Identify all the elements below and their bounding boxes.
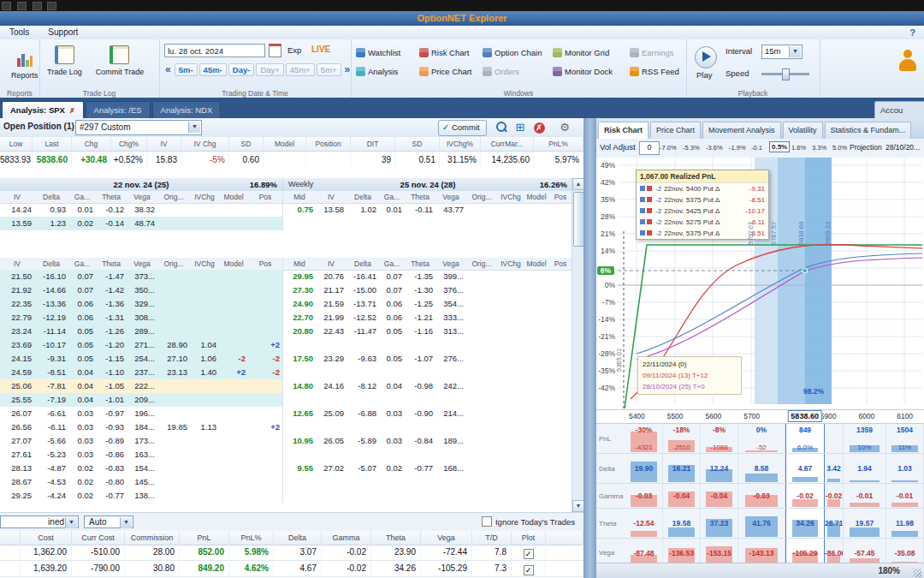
plot-checkbox[interactable]: ✓ [524, 565, 534, 575]
option-row[interactable]: 26.07-6.610.03-0.97196...12.6525.09-6.88… [0, 407, 572, 420]
panel-splitter[interactable] [583, 118, 596, 578]
tab-analysis-ndx[interactable]: Analysis: NDX [152, 101, 222, 118]
rc-tab-movement-analysis[interactable]: Movement Analysis [702, 122, 781, 139]
ribbon-analysis[interactable]: Analysis [356, 67, 414, 76]
rc-tab-statistics-fundam[interactable]: Statistics & Fundam... [825, 122, 912, 139]
ribbon-watchlist[interactable]: Watchlist [356, 48, 414, 57]
zoom-level[interactable]: 180% [878, 566, 900, 575]
rc-tab-risk-chart[interactable]: Risk Chart [598, 122, 649, 139]
calendar-icon[interactable] [269, 44, 281, 57]
strategy-row[interactable]: 1,639.20-790.0030.80849.204.62%4.67-0.02… [0, 561, 583, 577]
chain-col-ivchg: IVChg [497, 258, 524, 271]
plot-checkbox[interactable]: ✓ [524, 549, 534, 559]
reports-button[interactable]: Reports [7, 43, 43, 82]
option-row[interactable]: 27.07-5.660.03-0.89173...10.9526.05-5.89… [0, 434, 572, 448]
play-button[interactable] [695, 46, 717, 69]
option-row[interactable]: 22.79-12.190.06-1.31308...22.7021.99-12.… [0, 311, 572, 325]
help-icon[interactable]: ? [909, 26, 915, 39]
speed-slider-thumb[interactable] [782, 69, 790, 80]
option-row[interactable]: 25.55-7.190.04-1.01209... [0, 393, 572, 407]
ribbon-price-chart[interactable]: Price Chart [419, 67, 477, 76]
nav-5m-button[interactable]: 5m+ [317, 63, 341, 76]
interval-select[interactable]: 15m ▼ [761, 45, 803, 59]
commit-button[interactable]: ✓Commit [438, 120, 487, 136]
close-icon[interactable]: ✗ [69, 107, 75, 115]
chain-cell [157, 297, 190, 311]
settings-gear-icon[interactable]: ⚙ [558, 121, 572, 134]
option-row[interactable]: 28.67-4.530.02-0.80145... [0, 475, 572, 489]
position-select[interactable]: #297 Custom ▼ [75, 120, 202, 135]
option-row[interactable]: 21.92-14.660.07-1.42350...27.3021.17-15.… [0, 283, 572, 297]
chevron-down-icon[interactable]: ▼ [789, 46, 801, 57]
expiration-header[interactable]: 22 nov. 24 (25) 16.89% Weekly 25 nov. 24… [0, 178, 572, 192]
option-row[interactable]: 28.13-4.870.02-0.83154...9.5527.02-5.070… [0, 462, 572, 475]
menu-item-tools[interactable]: Tools [0, 26, 38, 39]
ribbon-orders[interactable]: Orders [483, 67, 548, 76]
combine-mode-select[interactable]: ined ▼ [0, 515, 79, 528]
scroll-up-icon[interactable]: ▲ [572, 178, 584, 190]
nav-day-button[interactable]: Day+ [256, 63, 283, 76]
chain-cell [283, 217, 316, 230]
exp-label[interactable]: Exp [287, 45, 301, 55]
ribbon-rss-feed[interactable]: RSS Feed [630, 67, 679, 76]
option-row[interactable]: 23.24-11.140.05-1.26289...20.8022.43-11.… [0, 325, 572, 338]
ribbon-option-chain[interactable]: Option Chain [483, 48, 548, 57]
search-icon[interactable] [495, 121, 508, 134]
rc-tab-price-chart[interactable]: Price Chart [650, 122, 701, 139]
window-control-icon[interactable] [33, 2, 42, 10]
option-row[interactable]: 22.35-13.360.06-1.36329...24.9021.59-13.… [0, 297, 572, 311]
rc-tab-volatility[interactable]: Volatility [783, 122, 823, 139]
close-position-icon[interactable]: ✗ [532, 121, 546, 134]
chart-annotation: 22/11/2024 (0) [638, 359, 741, 370]
window-control-icon[interactable] [17, 2, 27, 10]
nav-45m-button[interactable]: 45m+ [286, 63, 315, 76]
option-row[interactable]: 26.56-6.110.03-0.93184...19.851.13+2 [0, 420, 572, 434]
risk-graph[interactable]: 1,067.00 Realized PnL -222nov. 5400 Put … [596, 158, 924, 409]
option-row[interactable]: 25.06-7.810.04-1.05222...14.8024.16-8.12… [0, 379, 572, 393]
window-control-icon[interactable] [2, 2, 11, 10]
tab-account[interactable]: Accou [874, 101, 924, 118]
user-icon[interactable] [897, 48, 919, 77]
strategy-row[interactable]: 1,362.00-510.0028.00852.005.98%3.07-0.02… [0, 545, 583, 561]
resize-grip-icon[interactable] [913, 569, 921, 577]
chevron-down-icon[interactable]: ▼ [120, 517, 132, 528]
rewind-icon[interactable]: « [163, 63, 174, 75]
option-row[interactable]: 14.240.930.01-0.1238.320.7513.581.020.01… [0, 203, 572, 217]
option-row[interactable]: 27.61-5.230.03-0.86163... [0, 448, 572, 462]
projection-date[interactable]: 28/10/20... [886, 143, 924, 152]
ignore-trades-toggle[interactable]: Ignore Today's Trades [482, 516, 575, 527]
tab-analysis-es[interactable]: Analysis: /ES [86, 101, 151, 118]
ribbon-risk-chart[interactable]: Risk Chart [419, 48, 477, 57]
nav-5m-button[interactable]: 5m- [175, 63, 198, 76]
nav-day-button[interactable]: Day- [228, 63, 255, 76]
bottom-col-delta: Delta [274, 531, 322, 545]
ribbon-commit-trade-button[interactable]: Commit Trade [92, 43, 149, 79]
vol-adjust-spinner[interactable]: 0 [639, 141, 660, 155]
chain-cell: 0.03 [68, 420, 96, 434]
trading-date-input[interactable] [164, 44, 265, 57]
ignore-trades-checkbox[interactable] [482, 516, 492, 527]
option-row[interactable]: 21.50-16.100.07-1.47373...29.9520.76-16.… [0, 270, 572, 283]
layout-grid-icon[interactable]: ⊞ [513, 121, 527, 134]
chevron-down-icon[interactable]: ▼ [65, 517, 77, 528]
auto-select[interactable]: Auto ▼ [84, 515, 133, 528]
option-row[interactable]: 29.25-4.240.02-0.77138... [0, 489, 572, 503]
nav-45m-button[interactable]: 45m- [199, 63, 227, 76]
option-row[interactable]: 24.59-8.510.04-1.10237...23.131.40+2-2 [0, 366, 572, 379]
menu-item-support[interactable]: Support [38, 26, 87, 39]
scrollbar[interactable]: ▲ ▼ [572, 178, 584, 512]
ribbon-trade-log-button[interactable]: Trade Log [43, 43, 86, 79]
ribbon-earnings[interactable]: Earnings [630, 48, 679, 57]
chain-cell: 1.13 [190, 420, 219, 434]
chevron-down-icon[interactable]: ▼ [188, 122, 200, 133]
window-control-icon[interactable] [47, 2, 56, 10]
scroll-down-icon[interactable]: ▼ [572, 500, 584, 512]
ribbon-monitor-grid[interactable]: Monitor Grid [553, 48, 625, 57]
tab-analysis-spx[interactable]: Analysis: SPX✗ [2, 101, 84, 118]
chain-cell: 376... [435, 283, 466, 297]
option-row[interactable]: 23.69-10.170.05-1.20271...28.901.04+2 [0, 338, 572, 352]
option-row[interactable]: 13.591.230.02-0.1448.74 [0, 217, 572, 230]
option-row[interactable]: 24.15-9.310.05-1.15254...27.101.06-2-217… [0, 352, 572, 366]
chain-col-model: Model [219, 191, 248, 204]
ribbon-monitor-dock[interactable]: Monitor Dock [553, 67, 625, 76]
